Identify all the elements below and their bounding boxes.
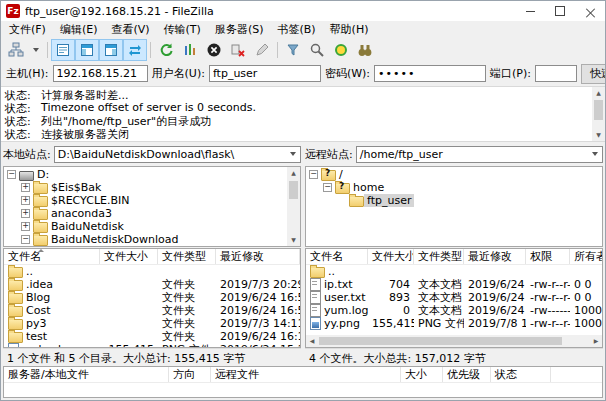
menu-item-file[interactable]: 文件(F) [2, 21, 53, 38]
site-manager-button[interactable] [4, 39, 28, 61]
local-tree-scrollbar[interactable]: ▲ ▼ [287, 167, 300, 246]
maximize-button[interactable] [545, 1, 575, 21]
column-header-3[interactable]: 文件类型 [158, 249, 216, 264]
collapse-icon[interactable]: − [323, 183, 332, 192]
transfer-queue-empty-area [4, 383, 602, 397]
tree-item-label: / [336, 168, 346, 181]
scrollbar-thumb[interactable] [319, 337, 562, 345]
disconnect-button[interactable] [226, 39, 250, 61]
queue-column-header-3[interactable]: 远程文件 [211, 367, 401, 382]
folder-file-icon [8, 319, 23, 330]
queue-column-header-6[interactable]: 状态 [491, 367, 551, 382]
file-row[interactable]: Cost文件夹2019/6/24 16:57:... [4, 304, 300, 317]
filter-button[interactable] [281, 39, 305, 61]
log-scrollbar[interactable]: ▲ ▼ [592, 87, 605, 141]
menu-item-edit[interactable]: 编辑(E) [53, 21, 105, 38]
remote-list-hscrollbar[interactable]: ◀ ▶ [306, 335, 602, 347]
file-cell: 2019/6/24 15... [464, 278, 526, 291]
local-tree-item[interactable]: −BaiduNetdiskDownload [5, 233, 286, 246]
file-row[interactable]: test文件夹2019/6/24 16:19:... [4, 330, 300, 343]
file-row[interactable]: yy.png155,415PNG 文件2019/7/8 17:...-rw-r-… [306, 317, 602, 330]
host-input[interactable] [53, 65, 148, 82]
local-tree-item[interactable]: +BaiduNetdisk [5, 220, 286, 233]
queue-column-header-5[interactable]: 优先级 [443, 367, 491, 382]
expand-icon[interactable]: + [21, 183, 30, 192]
minimize-icon [526, 11, 535, 12]
process-queue-button[interactable] [178, 39, 202, 61]
file-name-cell: py3 [4, 317, 100, 330]
expand-icon[interactable]: + [21, 222, 30, 231]
refresh-button[interactable] [154, 39, 178, 61]
remote-tree-item[interactable]: ftp_user [307, 194, 588, 207]
menu-item-help[interactable]: 帮助(H) [323, 21, 376, 38]
local-tree-item[interactable]: +$Eis$Bak [5, 181, 286, 194]
column-header-6[interactable]: 所有者/ [570, 249, 603, 264]
column-header-1[interactable]: 文件名 [306, 249, 368, 264]
column-header-4[interactable]: 最近修改 [464, 249, 526, 264]
remote-site-combobox[interactable]: /home/ftp_user [356, 146, 603, 163]
local-tree-item[interactable]: +$RECYCLE.BIN [5, 194, 286, 207]
column-header-2[interactable]: 文件大小 [100, 249, 158, 264]
site-manager-dropdown-button[interactable] [28, 39, 44, 61]
find-files-button[interactable] [353, 39, 377, 61]
column-header-5[interactable]: 权限 [526, 249, 570, 264]
queue-column-header-4[interactable]: 大小 [401, 367, 443, 382]
port-input[interactable] [535, 65, 577, 82]
toggle-remote-tree-icon [103, 42, 119, 58]
folder-file-icon [8, 267, 23, 278]
file-row[interactable]: .. [4, 265, 300, 278]
file-cell: 2019/7/3 20:29:20 [216, 278, 300, 291]
file-cell: -rw-r--r-- [526, 291, 570, 304]
minimize-button[interactable] [515, 1, 545, 21]
column-header-1[interactable]: 文件名 [4, 249, 100, 264]
cancel-button[interactable] [202, 39, 226, 61]
local-site-combobox[interactable]: D:\BaiduNetdiskDownload\flask\ [54, 146, 301, 163]
menu-item-server[interactable]: 服务器(S) [208, 21, 271, 38]
reconnect-button[interactable] [250, 39, 274, 61]
toggle-local-tree-button[interactable] [75, 39, 99, 61]
scroll-up-icon: ▲ [287, 167, 300, 179]
toggle-transfer-queue-button[interactable] [123, 39, 147, 61]
synchronized-browsing-button[interactable] [329, 39, 353, 61]
scrollbar-thumb[interactable] [289, 181, 298, 199]
expand-icon[interactable]: + [21, 196, 30, 205]
password-label: 密码(W): [325, 66, 370, 81]
collapse-icon[interactable]: − [7, 170, 16, 179]
menu-item-transfer[interactable]: 传输(T) [157, 21, 208, 38]
expand-icon[interactable]: + [21, 209, 30, 218]
file-name-cell: .idea [4, 278, 100, 291]
scroll-right-icon: ▶ [590, 335, 602, 347]
file-name: yum.log [324, 304, 368, 317]
toggle-local-tree-icon [79, 42, 95, 58]
toggle-remote-tree-button[interactable] [99, 39, 123, 61]
directory-compare-button[interactable] [305, 39, 329, 61]
column-header-3[interactable]: 文件类型 [414, 249, 464, 264]
column-header-4[interactable]: 最近修改 [216, 249, 300, 264]
reconnect-icon [254, 42, 270, 58]
username-input[interactable] [209, 65, 321, 82]
password-input[interactable] [374, 65, 486, 82]
quickconnect-button[interactable]: 快速连接(Q) [581, 64, 606, 84]
menu-item-view[interactable]: 查看(V) [104, 21, 156, 38]
column-header-2[interactable]: 文件大小 [368, 249, 414, 264]
queue-column-header-2[interactable]: 方向 [169, 367, 211, 382]
collapse-icon[interactable]: − [309, 170, 318, 179]
local-tree-item[interactable]: −D: [5, 168, 286, 181]
tree-item-label: D: [34, 168, 52, 181]
queue-column-header-1[interactable]: 服务器/本地文件 [4, 367, 169, 382]
remote-tree-item[interactable]: −/ [307, 168, 588, 181]
scrollbar-thumb[interactable] [594, 100, 603, 120]
file-row[interactable]: sadsad.png155,415PNG 文件2019/6/24 15:10:.… [4, 343, 300, 347]
file-cell: -rw-r--r-- [526, 317, 570, 330]
remote-tree-item[interactable]: −home [307, 181, 588, 194]
menu-item-bookmarks[interactable]: 书签(B) [270, 21, 322, 38]
collapse-icon[interactable]: − [21, 235, 30, 244]
log-message: 连接被服务器关闭 [41, 127, 129, 140]
close-icon [586, 7, 595, 16]
local-tree-item[interactable]: +anaconda3 [5, 207, 286, 220]
file-row[interactable]: py3文件夹2019/7/3 14:11:10 [4, 317, 300, 330]
file-row[interactable]: .idea文件夹2019/7/3 20:29:20 [4, 278, 300, 291]
file-row[interactable]: Blog文件夹2019/6/24 16:58:... [4, 291, 300, 304]
toggle-message-log-button[interactable] [51, 39, 75, 61]
close-button[interactable] [575, 1, 605, 21]
